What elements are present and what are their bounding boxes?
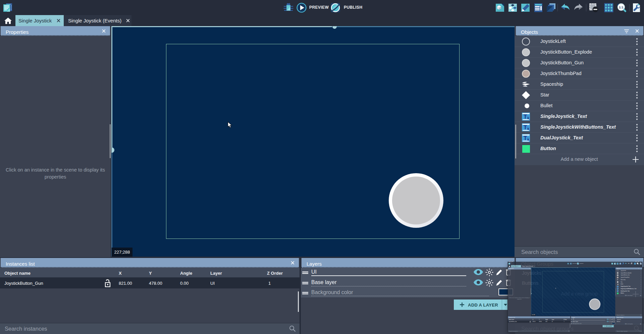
svg-text:x: x bbox=[527, 127, 529, 131]
svg-text:T: T bbox=[524, 135, 527, 141]
svg-text:T: T bbox=[524, 114, 527, 120]
svg-text:T: T bbox=[524, 124, 527, 131]
svg-text:x: x bbox=[527, 116, 529, 120]
svg-text:x: x bbox=[527, 137, 529, 141]
svg-text:1:1: 1:1 bbox=[619, 5, 624, 9]
